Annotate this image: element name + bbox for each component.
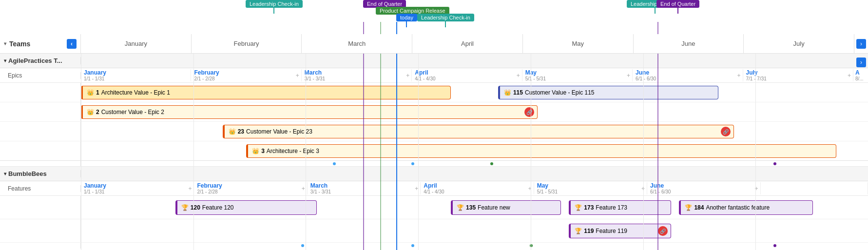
epic-1-bar[interactable]: 👑 1 Architecture Value - Epic 1 [81,86,451,99]
feature-119-bar[interactable]: 🏆 119 Feature 119 🔗 [569,224,671,238]
next-icon[interactable]: › [856,39,866,49]
indicator-dot [411,162,414,165]
link-icon[interactable]: 🔗 [721,127,731,136]
add-btn[interactable]: + [188,185,192,192]
month-periods-bumblebees: January 1/1 - 1/31 + February 2/1 - 2/28… [81,182,868,194]
collapse-bumblebees[interactable]: ▾ [4,171,6,176]
feature-label: Feature 119 [596,228,627,234]
gantt-content-1: 👑 2 Customer Value - Epic 2 🔗 [81,102,868,121]
agile-stripe-row [0,161,868,167]
add-btn[interactable]: + [627,72,630,79]
scroll-right-area: › [854,54,868,250]
feature-icon: 🏆 [575,228,582,234]
indicator-dot [773,162,776,165]
indicator-dot [773,244,776,247]
link-icon-119[interactable]: 🔗 [658,226,668,236]
period-name: January [84,69,188,76]
add-btn[interactable]: + [737,72,741,79]
period-may-agile: May 5/1 - 5/31 + [522,69,633,81]
gantt-row-1-bb: 🏆 119 Feature 119 🔗 [0,219,868,243]
feature-label: Another fantastic feature [706,204,770,211]
add-btn[interactable]: + [848,72,851,79]
next-button-header[interactable]: › [854,34,868,53]
add-btn[interactable]: + [302,185,305,192]
feature-num: 184 [694,204,704,211]
add-btn[interactable]: + [517,72,520,79]
gantt-row-0-agile: 👑 1 Architecture Value - Epic 1 👑 115 Cu… [0,83,868,102]
month-periods-agile: January 1/1 - 1/31 February 2/1 - 2/28 +… [81,69,868,81]
period-dates: 1/1 - 1/31 [84,76,188,81]
period-apr-bb: April 4/1 - 4/30 + [421,182,534,194]
gantt-row-1-agile: 👑 2 Customer Value - Epic 2 🔗 [0,102,868,122]
period-jan-bb: January 1/1 - 1/31 + [81,182,194,194]
team-name-bumblebees: BumbleBees [8,170,47,177]
epic-label: Architecture - Epic 3 [267,148,319,154]
gantt-content-bb-1: 🏆 119 Feature 119 🔗 [81,219,868,242]
today-vertical-line [396,22,397,250]
feature-num: 120 [191,204,200,211]
marker-leadership-2[interactable]: Leadership Check-in [417,14,474,27]
feature-num: 135 [466,204,476,211]
epic-num: 3 [261,148,265,154]
team-label-bumblebees[interactable]: ▾ BumbleBees [0,170,81,177]
month-march: March [302,34,412,53]
marker-label: Leadership Check-in [246,0,303,8]
month-january: January [81,34,192,53]
epic-num: 1 [96,89,99,96]
feature-label: Feature 173 [596,204,627,211]
teams-label: Teams [9,40,30,48]
gantt-sidebar-1 [0,102,81,121]
epic-icon: 👑 [87,89,94,96]
epic-3-bar[interactable]: 👑 3 Architecture - Epic 3 [246,144,836,158]
gantt-row-3-agile: 👑 3 Architecture - Epic 3 [0,141,868,161]
period-feb-agile: February 2/1 - 2/28 + [191,69,301,81]
epic-num: 115 [513,89,523,96]
gantt-sidebar-2 [0,122,81,141]
features-label: Features [0,185,81,192]
feature-icon: 🏆 [575,204,582,211]
gantt-sidebar-3 [0,141,81,160]
team-label-agile[interactable]: ▾ AgilePractices T... [0,57,81,64]
gantt-sidebar-0 [0,83,81,102]
indicator-dot [333,162,336,165]
gantt-content-bb-0: 🏆 120 Feature 120 🏆 135 Feature new 🏆 17… [81,196,868,219]
next-button[interactable]: › [856,58,866,67]
gantt-row-0-bb: 🏆 120 Feature 120 🏆 135 Feature new 🏆 17… [0,196,868,219]
collapse-agile[interactable]: ▾ [4,58,6,63]
marker-line [273,8,274,14]
marker-leadership-1[interactable]: Leadership Check-in [246,0,303,14]
teams-header[interactable]: ▾ Teams ‹ [0,34,81,53]
feature-135-bar[interactable]: 🏆 135 Feature new [451,200,561,215]
content-area: ▾ AgilePractices T... Epics January 1/1 … [0,54,868,250]
feature-173-bar[interactable]: 🏆 173 Feature 173 [569,200,671,215]
grid-line-5 [643,54,644,250]
indicator-dot [411,244,414,247]
add-btn[interactable]: + [406,72,409,79]
epic-icon: 👑 [252,148,259,154]
grid-line-4 [531,54,531,250]
grid-line-6 [755,54,756,250]
month-february: February [192,34,302,53]
epic-num: 2 [96,109,99,115]
period-jul-agile: July 7/1 - 7/31 + [743,69,853,81]
feature-184-bar[interactable]: 🏆 184 Another fantastic feature [679,200,813,215]
marker-label: End of Quarter [656,0,699,8]
team-row-bumblebees: ▾ BumbleBees [0,167,868,181]
epic-2-bar[interactable]: 👑 2 Customer Value - Epic 2 🔗 [81,105,538,119]
feature-icon: 🏆 [457,204,464,211]
marker-today[interactable]: today [396,14,417,27]
period-mar-agile: March 3/1 - 3/31 + [302,69,412,81]
features-period-row: Features January 1/1 - 1/31 + February 2… [0,181,868,196]
month-may: May [523,34,634,53]
epic-label: Customer Value - Epic 23 [246,128,312,135]
bb-stripe-row [0,243,868,249]
epic-label: Customer Value - Epic 115 [525,89,595,96]
indicator-dot [490,162,493,165]
feature-label: Feature new [478,204,510,211]
add-btn[interactable]: + [296,72,299,79]
feature-120-bar[interactable]: 🏆 120 Feature 120 [175,200,317,215]
marker-end-quarter-2[interactable]: End of Quarter [656,0,699,14]
link-icon[interactable]: 🔗 [524,107,534,117]
prev-button[interactable]: ‹ [67,39,77,49]
product-campaign-vertical-line [380,22,381,250]
